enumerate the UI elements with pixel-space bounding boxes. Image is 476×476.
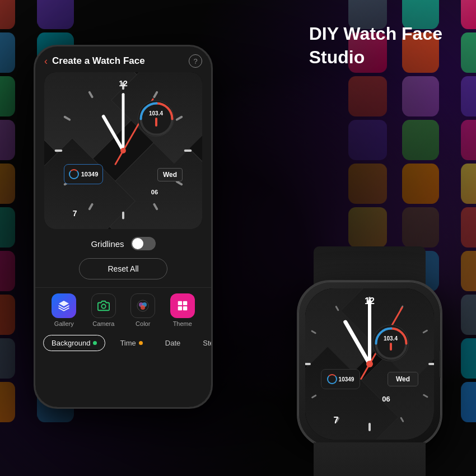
theme-icon [170, 293, 195, 318]
phone-mockup: ‹ Create a Watch Face ? [34, 45, 213, 409]
screen-title: Create a Watch Face [52, 55, 184, 67]
smartwatch-mockup: 12 7 103.4 10349 Wed [297, 280, 442, 448]
watch-steps-arc [327, 374, 337, 384]
time-label: Time [120, 339, 136, 347]
date-label: Date [165, 339, 180, 347]
svg-rect-31 [400, 417, 404, 422]
watch-clock-num-12: 12 [365, 296, 375, 306]
back-arrow-icon[interactable]: ‹ [44, 55, 48, 67]
background-dot [93, 341, 97, 345]
tag-steps[interactable]: Steps [195, 335, 211, 351]
watch-crown [440, 350, 442, 378]
svg-rect-12 [101, 114, 125, 152]
tag-time[interactable]: Time [112, 335, 150, 351]
complication-top-right: 103.4 [138, 100, 174, 137]
watch-ticks [305, 288, 434, 440]
day-value: Wed [163, 171, 177, 179]
svg-rect-22 [178, 301, 182, 305]
color-label: Color [136, 320, 150, 327]
clock-num-12: 12 [119, 79, 128, 88]
watch-side-button [441, 344, 442, 358]
background-label: Background [52, 339, 90, 347]
svg-rect-28 [422, 329, 428, 334]
reset-all-button[interactable]: Reset All [79, 258, 167, 279]
watch-comp-indicator [390, 343, 392, 351]
camera-icon [91, 293, 116, 318]
tag-date[interactable]: Date [157, 335, 188, 351]
svg-rect-37 [335, 306, 339, 311]
watch-clock-num-7: 7 [334, 416, 339, 426]
watch-screen: 12 7 103.4 10349 Wed [305, 288, 434, 440]
complication-day: Wed [157, 168, 183, 181]
watch-day-value: Wed [396, 375, 410, 383]
watch-complication-steps: 10349 [321, 369, 360, 389]
svg-point-41 [366, 361, 373, 367]
svg-point-15 [120, 148, 126, 153]
svg-rect-35 [305, 363, 311, 365]
tag-bar: Background Time Date Steps [35, 330, 211, 358]
watch-steps-value: 10349 [339, 376, 354, 382]
page-title: DIY Watch Face Studio [309, 22, 442, 69]
bottom-nav: Gallery Camera [35, 287, 211, 330]
svg-rect-13 [122, 93, 125, 151]
svg-rect-30 [423, 394, 428, 398]
watch-comp-value: 103.4 [384, 335, 398, 342]
svg-rect-25 [183, 306, 187, 310]
watch-clock-num-06: 06 [382, 395, 390, 403]
color-icon [130, 293, 155, 318]
help-icon[interactable]: ? [189, 54, 202, 68]
gallery-label: Gallery [54, 320, 74, 327]
svg-rect-34 [311, 394, 317, 399]
comp-indicator [155, 118, 157, 127]
nav-item-color[interactable]: Color [123, 293, 163, 327]
steps-value: 10349 [81, 171, 99, 178]
phone-screen: ‹ Create a Watch Face ? [35, 46, 211, 407]
nav-item-camera[interactable]: Camera [84, 293, 124, 327]
gridlines-toggle[interactable] [131, 237, 156, 250]
time-dot [139, 341, 143, 345]
gridlines-label: Gridlines [91, 239, 124, 249]
nav-item-theme[interactable]: Theme [163, 293, 203, 327]
svg-point-17 [101, 304, 105, 308]
svg-rect-32 [368, 423, 371, 431]
watch-complication-tr: 103.4 [372, 325, 409, 361]
camera-label: Camera [92, 320, 114, 327]
nav-item-gallery[interactable]: Gallery [44, 293, 84, 327]
phone-topbar: ‹ Create a Watch Face ? [35, 46, 211, 72]
watch-face-preview: 12 7 103.4 10349 Wed [44, 72, 202, 229]
tag-background[interactable]: Background [43, 335, 105, 351]
clock-num-7: 7 [73, 209, 77, 218]
svg-rect-3 [184, 150, 192, 152]
svg-rect-5 [153, 203, 158, 211]
watch-complication-day: Wed [388, 372, 418, 386]
watch-case: 12 7 103.4 10349 Wed [297, 280, 442, 448]
svg-rect-7 [88, 203, 94, 211]
toggle-knob [132, 238, 143, 249]
tick-marks [44, 72, 202, 229]
svg-rect-29 [428, 363, 434, 365]
svg-rect-11 [88, 91, 94, 99]
clock-num-06: 06 [151, 189, 158, 195]
comp-value: 103.4 [149, 110, 163, 116]
theme-label: Theme [173, 320, 192, 327]
svg-rect-23 [183, 301, 187, 305]
steps-arc [69, 169, 79, 179]
svg-rect-2 [175, 115, 183, 121]
svg-rect-36 [311, 330, 316, 334]
svg-point-21 [141, 305, 145, 310]
svg-rect-38 [343, 319, 371, 365]
svg-rect-6 [122, 212, 124, 220]
svg-rect-9 [55, 150, 63, 152]
gridlines-row: Gridlines [35, 229, 211, 258]
gallery-icon [52, 293, 76, 318]
help-label: ? [193, 57, 197, 66]
svg-rect-10 [63, 115, 71, 121]
complication-steps: 10349 [64, 164, 103, 184]
svg-rect-1 [153, 91, 158, 99]
svg-rect-24 [178, 306, 182, 310]
watch-band-bottom [314, 442, 426, 476]
svg-rect-39 [368, 300, 371, 364]
steps-label: Steps [203, 339, 211, 347]
